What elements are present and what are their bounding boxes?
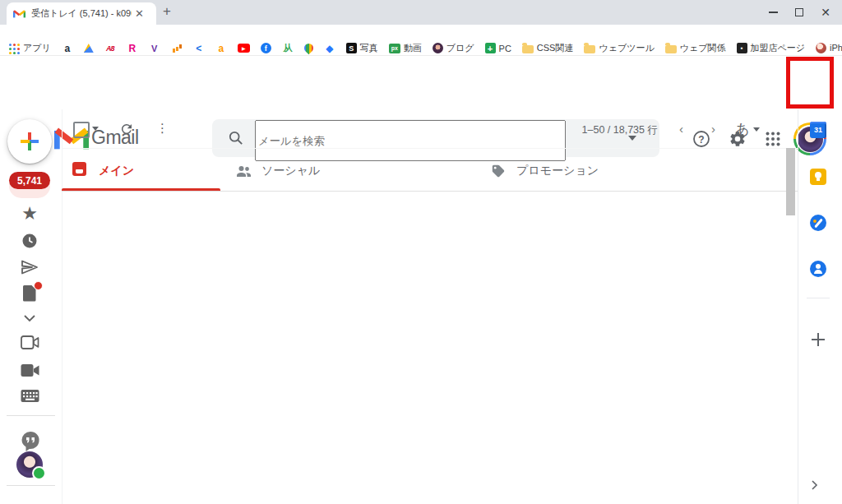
bookmark-maps-pin[interactable] xyxy=(304,44,313,53)
get-addons-button[interactable] xyxy=(810,331,826,348)
bookmark-label: CSS関連 xyxy=(537,42,574,54)
tasks-panel-button[interactable] xyxy=(810,215,826,231)
blog-avatar-icon xyxy=(433,43,443,53)
hangouts-button[interactable] xyxy=(21,431,40,452)
side-panel-divider xyxy=(807,298,830,298)
google-apps-grid-button[interactable] xyxy=(766,132,780,146)
bookmark-apps-grid[interactable]: アプリ xyxy=(8,42,51,54)
bookmark-back-blue[interactable]: < xyxy=(193,43,205,54)
bookmark-label: 写真 xyxy=(360,42,378,54)
browser-tab-title: 受信トレイ (5,741) - k0901395648 xyxy=(31,7,132,20)
bookmark-label: 動画 xyxy=(404,42,422,54)
meet-join-meeting-button[interactable] xyxy=(21,363,39,377)
compose-button[interactable] xyxy=(7,119,52,164)
refresh-button[interactable] xyxy=(119,122,134,136)
bookmark-green-people[interactable]: 从 xyxy=(282,43,294,54)
tab-primary-label: メイン xyxy=(99,164,134,178)
bookmark-amazon-orange[interactable]: a xyxy=(215,43,227,54)
browser-tab[interactable]: 受信トレイ (5,741) - k0901395648 ✕ xyxy=(7,2,156,25)
bookmark-analytics[interactable] xyxy=(171,43,183,54)
hide-side-panel-button[interactable] xyxy=(811,479,818,491)
more-options-button[interactable]: ⋮ xyxy=(156,121,169,136)
youtube-icon: ▶ xyxy=(238,44,250,53)
bookmark-iphone-chara[interactable]: iPhone見分け方 xyxy=(816,42,842,54)
tab-close-icon[interactable]: ✕ xyxy=(135,8,144,19)
folder-icon xyxy=(522,45,534,53)
meet-new-meeting-button[interactable] xyxy=(21,335,39,349)
bookmark-folder[interactable]: CSS関連 xyxy=(522,42,574,54)
a8-icon: A8 xyxy=(104,43,116,54)
tab-promotions-label: プロモーション xyxy=(516,164,599,178)
tab-promotions[interactable] xyxy=(475,149,730,191)
bookmark-google-ads[interactable] xyxy=(84,44,94,53)
bookmark-folder[interactable]: ウェブ関係 xyxy=(665,42,726,54)
sidebar-item-snoozed[interactable] xyxy=(21,233,38,249)
bookmark-label: ブログ xyxy=(446,42,474,54)
blue-clover-icon: ◆ xyxy=(324,43,335,54)
gmail-favicon-icon xyxy=(13,9,25,19)
svg-text:?: ? xyxy=(698,134,704,146)
sidebar-item-sent[interactable] xyxy=(21,259,39,275)
compose-plus-icon xyxy=(19,131,40,152)
newer-page-button[interactable]: ‹ xyxy=(679,122,683,136)
tab-social-label: ソーシャル xyxy=(261,164,320,178)
bookmark-blog-avatar[interactable]: ブログ xyxy=(433,42,474,54)
bookmark-folder[interactable]: ウェブツール xyxy=(584,42,654,54)
sidebar-item-drafts[interactable] xyxy=(22,284,37,302)
bookmark-amazon[interactable]: a xyxy=(62,43,73,54)
chat-bubble-icon xyxy=(21,431,40,452)
bookmark-label: ウェブツール xyxy=(599,42,654,54)
social-people-icon xyxy=(236,164,252,178)
bookmark-label: 加盟店ページ xyxy=(751,42,806,54)
annotation-highlight-box xyxy=(786,57,834,109)
amazon-orange-icon: a xyxy=(215,43,227,54)
photo-s-icon: S xyxy=(346,43,357,53)
bookmark-pc-plus[interactable]: +PC xyxy=(485,43,511,53)
sidebar-item-starred[interactable]: ★ xyxy=(21,205,39,223)
screen: 受信トレイ (5,741) - k0901395648 ✕ + ✕ ← → ☆ … xyxy=(0,0,842,504)
primary-inbox-icon xyxy=(72,162,86,176)
inbox-unread-badge: 5,741 xyxy=(9,172,50,189)
sidebar-more-button[interactable] xyxy=(23,314,36,322)
sidebar-divider-bottom xyxy=(7,485,55,486)
new-tab-button[interactable]: + xyxy=(163,3,171,20)
bookmark-black-app[interactable]: ▪加盟店ページ xyxy=(737,42,806,54)
help-button[interactable]: ? xyxy=(692,130,710,148)
browser-tab-strip: 受信トレイ (5,741) - k0901395648 ✕ + ✕ xyxy=(0,0,842,25)
send-icon xyxy=(21,259,39,275)
meet-keyboard-button[interactable] xyxy=(21,389,39,403)
maximize-icon xyxy=(795,8,803,16)
bookmark-facebook[interactable]: f xyxy=(261,43,271,53)
calendar-panel-button[interactable]: 31 xyxy=(810,122,826,138)
bookmark-rakuten[interactable]: R xyxy=(127,43,138,54)
bookmark-value-commerce[interactable]: V xyxy=(149,43,160,54)
bookmark-px-video[interactable]: px動画 xyxy=(389,42,422,54)
online-presence-dot xyxy=(32,466,46,480)
clock-icon xyxy=(21,233,38,249)
scrollbar-thumb[interactable] xyxy=(786,148,795,215)
contacts-panel-button[interactable] xyxy=(810,261,826,277)
bookmark-youtube[interactable]: ▶ xyxy=(238,44,250,53)
bookmark-blue-clover[interactable]: ◆ xyxy=(324,43,335,54)
bookmark-label: iPhone見分け方 xyxy=(830,42,842,54)
amazon-icon: a xyxy=(62,43,73,54)
bookmark-label: ウェブ関係 xyxy=(680,42,726,54)
chevron-down-icon xyxy=(23,314,36,322)
bookmark-photo-s[interactable]: S写真 xyxy=(346,42,378,54)
input-method-button[interactable]: あ xyxy=(735,120,749,139)
green-people-icon: 从 xyxy=(282,43,294,54)
select-caret-icon[interactable] xyxy=(92,127,99,131)
sidebar-divider xyxy=(7,415,55,416)
search-icon[interactable] xyxy=(229,131,243,146)
older-page-button[interactable]: › xyxy=(711,122,715,136)
input-method-caret-icon[interactable] xyxy=(753,127,760,132)
tab-social[interactable] xyxy=(220,149,475,191)
select-all-checkbox[interactable] xyxy=(73,122,90,138)
folder-icon xyxy=(665,45,677,53)
folder-icon xyxy=(584,45,595,53)
bookmarks-bar: アプリaA8RV<a▶f从◆S写真px動画ブログ+PCCSS関連ウェブツールウェ… xyxy=(0,41,842,56)
keep-panel-button[interactable] xyxy=(810,169,826,185)
bookmark-a8[interactable]: A8 xyxy=(104,43,116,54)
window-close-button[interactable]: ✕ xyxy=(809,0,842,25)
video-camera-outline-icon xyxy=(21,335,39,349)
